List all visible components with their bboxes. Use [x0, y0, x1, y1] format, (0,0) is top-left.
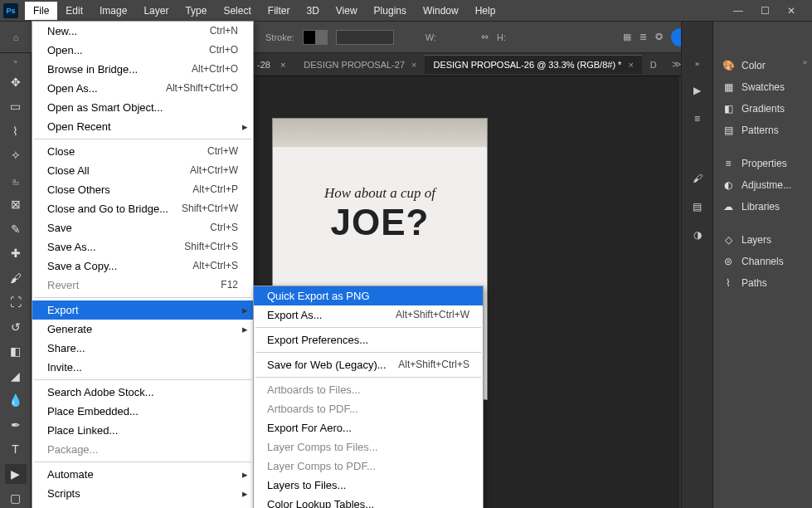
menu-item-search-adobe-stock-[interactable]: Search Adobe Stock...	[32, 383, 253, 402]
menu-item-place-embedded-[interactable]: Place Embedded...	[32, 402, 253, 421]
panel-swatches[interactable]: ▦Swatches	[713, 76, 812, 98]
path-select-tool-icon[interactable]: ▶	[5, 464, 27, 484]
menu-item-save-a-copy-[interactable]: Save a Copy...Alt+Ctrl+S	[32, 256, 253, 276]
pen-tool-icon[interactable]: ✒	[5, 415, 27, 435]
menu-item-save-as-[interactable]: Save As...Shift+Ctrl+S	[32, 237, 253, 256]
marquee-tool-icon[interactable]: ▭	[5, 97, 27, 117]
panel-channels[interactable]: ⊜Channels	[713, 251, 812, 272]
blur-tool-icon[interactable]: 💧	[5, 391, 27, 411]
h-label: H:	[497, 32, 506, 42]
menu-image[interactable]: Image	[91, 2, 135, 20]
play-icon[interactable]: ▶	[693, 85, 701, 96]
arrange-icon[interactable]: ≣	[639, 32, 647, 42]
menu-filter[interactable]: Filter	[260, 2, 299, 20]
eyedropper-tool-icon[interactable]: ✎	[5, 219, 27, 239]
panel-layers[interactable]: ◇Layers	[713, 229, 812, 251]
eraser-tool-icon[interactable]: ◧	[5, 342, 27, 362]
crop-tool-icon[interactable]: ⎁	[5, 170, 27, 190]
submenu-item-export-preferences-[interactable]: Export Preferences...	[254, 330, 483, 349]
menu-item-close-all[interactable]: Close AllAlt+Ctrl+W	[32, 161, 253, 180]
menu-file[interactable]: File	[25, 2, 57, 20]
menu-item-automate[interactable]: Automate	[32, 465, 253, 484]
panel-collapse-right-icon[interactable]: »	[803, 58, 807, 66]
document-tab[interactable]: DESIGN PROPOSAL-27×	[295, 55, 425, 74]
panel-adjustme[interactable]: ◐Adjustme...	[713, 174, 812, 196]
link-wh-icon[interactable]: ⇔	[481, 32, 489, 42]
stamp-tool-icon[interactable]: ⛶	[5, 293, 27, 313]
panel-collapse-icon[interactable]: »	[695, 60, 699, 68]
menu-item-new-[interactable]: New...Ctrl+N	[32, 22, 253, 41]
stroke-width-select[interactable]	[336, 30, 394, 45]
menu-window[interactable]: Window	[415, 2, 467, 20]
menu-help[interactable]: Help	[467, 2, 504, 20]
menu-item-share-[interactable]: Share...	[32, 339, 253, 358]
menu-item-save[interactable]: SaveCtrl+S	[32, 218, 253, 237]
adjust-panel-icon[interactable]: ◑	[693, 229, 702, 241]
menu-item-import[interactable]: Import	[32, 503, 253, 508]
panel-properties[interactable]: ≡Properties	[713, 153, 812, 174]
document-tab[interactable]: DESIGN PROPOSAL-26 @ 33.3% (RGB/8#) *×	[425, 55, 641, 74]
panel-libraries[interactable]: ☁Libraries	[713, 196, 812, 217]
menu-item-generate[interactable]: Generate	[32, 320, 253, 339]
menu-item-shortcut: Alt+Ctrl+P	[192, 183, 238, 196]
brush-panel-icon[interactable]: 🖌	[693, 173, 703, 184]
menu-item-scripts[interactable]: Scripts	[32, 484, 253, 503]
submenu-item-save-for-web-legacy-[interactable]: Save for Web (Legacy)...Alt+Shift+Ctrl+S	[254, 355, 483, 374]
menu-item-place-linked-[interactable]: Place Linked...	[32, 421, 253, 440]
3d-icon[interactable]: ✪	[655, 32, 663, 42]
menu-item-invite-[interactable]: Invite...	[32, 358, 253, 377]
submenu-item-label: Layers to Files...	[267, 479, 346, 491]
menu-select[interactable]: Select	[215, 2, 259, 20]
submenu-item-export-for-aero-[interactable]: Export For Aero...	[254, 418, 483, 437]
close-window-button[interactable]: ✕	[785, 5, 797, 17]
gradient-tool-icon[interactable]: ◢	[5, 366, 27, 386]
submenu-item-color-lookup-tables-[interactable]: Color Lookup Tables...	[254, 495, 483, 508]
menu-item-close-and-go-to-bridge-[interactable]: Close and Go to Bridge...Shift+Ctrl+W	[32, 199, 253, 218]
close-tab-icon[interactable]: ×	[628, 60, 633, 70]
submenu-item-layers-to-files-[interactable]: Layers to Files...	[254, 476, 483, 495]
close-tab-icon[interactable]: ×	[411, 60, 416, 70]
history-brush-icon[interactable]: ↺	[5, 317, 27, 337]
move-tool-icon[interactable]: ✥	[5, 72, 27, 92]
menu-3d[interactable]: 3D	[298, 2, 327, 20]
menu-item-close-others[interactable]: Close OthersAlt+Ctrl+P	[32, 180, 253, 199]
menu-type[interactable]: Type	[177, 2, 215, 20]
submenu-item-quick-export-as-png[interactable]: Quick Export as PNG	[254, 286, 483, 305]
rectangle-tool-icon[interactable]: ▢	[5, 489, 27, 509]
wand-tool-icon[interactable]: ✧	[5, 146, 27, 166]
menu-item-close[interactable]: CloseCtrl+W	[32, 142, 253, 161]
type-tool-icon[interactable]: T	[5, 440, 27, 460]
minimize-button[interactable]: —	[732, 5, 744, 17]
panel-paths[interactable]: ⌇Paths	[713, 272, 812, 294]
menu-item-export[interactable]: Export	[32, 300, 253, 320]
menu-view[interactable]: View	[328, 2, 366, 20]
menu-item-browse-in-bridge-[interactable]: Browse in Bridge...Alt+Ctrl+O	[32, 60, 253, 79]
submenu-item-export-as-[interactable]: Export As...Alt+Shift+Ctrl+W	[254, 305, 483, 325]
document-tab[interactable]: D	[642, 55, 665, 74]
menu-plugins[interactable]: Plugins	[366, 2, 415, 20]
menu-item-open-[interactable]: Open...Ctrl+O	[32, 41, 253, 60]
align-icon[interactable]: ▦	[623, 32, 631, 42]
stroke-swatch[interactable]	[303, 30, 328, 45]
home-icon[interactable]: ⌂	[7, 28, 25, 46]
maximize-button[interactable]: ☐	[759, 5, 771, 17]
brush-tool-icon[interactable]: 🖌	[5, 268, 27, 288]
expand-toolbox-icon[interactable]: »	[13, 58, 17, 66]
lasso-tool-icon[interactable]: ⌇	[5, 121, 27, 141]
panel-patterns[interactable]: ▤Patterns	[713, 120, 812, 141]
menu-item-open-as-smart-object-[interactable]: Open as Smart Object...	[32, 98, 253, 117]
tab-partial-close[interactable]: ×	[272, 56, 294, 74]
menu-layer[interactable]: Layer	[135, 2, 177, 20]
menu-item-open-recent[interactable]: Open Recent	[32, 117, 253, 136]
file-menu-dropdown: New...Ctrl+NOpen...Ctrl+OBrowse in Bridg…	[32, 21, 254, 508]
heal-tool-icon[interactable]: ✚	[5, 244, 27, 264]
list-icon[interactable]: ≡	[694, 113, 700, 125]
panel-gradients[interactable]: ◧Gradients	[713, 98, 812, 120]
menu-item-open-as-[interactable]: Open As...Alt+Shift+Ctrl+O	[32, 79, 253, 98]
menu-item-shortcut: Ctrl+W	[207, 145, 238, 158]
frame-tool-icon[interactable]: ⊠	[5, 195, 27, 215]
menu-edit[interactable]: Edit	[57, 2, 91, 20]
align-panel-icon[interactable]: ▤	[693, 201, 702, 212]
tool-palette: » ✥ ▭ ⌇ ✧ ⎁ ⊠ ✎ ✚ 🖌 ⛶ ↺ ◧ ◢ 💧 ✒ T ▶ ▢	[0, 53, 32, 508]
panel-color[interactable]: 🎨Color	[713, 55, 812, 76]
